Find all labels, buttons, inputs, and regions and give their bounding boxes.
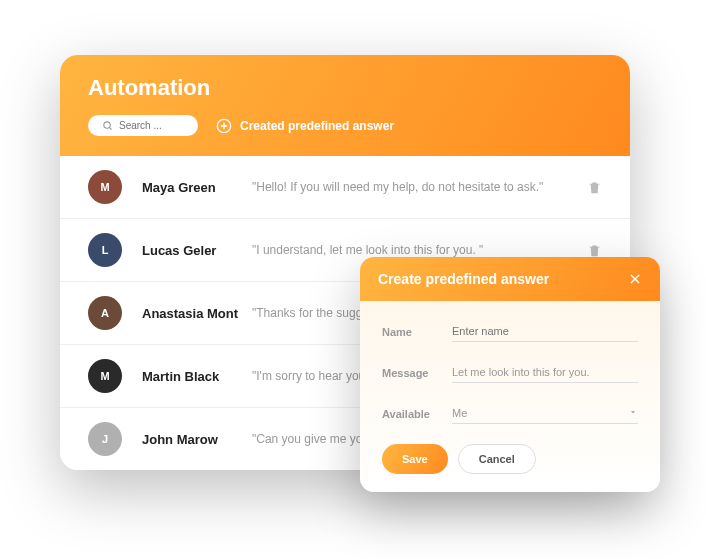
search-input[interactable] <box>119 120 184 131</box>
avatar: M <box>88 170 122 204</box>
name-field[interactable] <box>452 321 638 342</box>
avatar: M <box>88 359 122 393</box>
list-item[interactable]: MMaya Green"Hello! If you will need my h… <box>60 156 630 219</box>
plus-circle-icon <box>216 118 232 134</box>
form-row-available: Available <box>382 403 638 424</box>
page-title: Automation <box>88 75 602 101</box>
modal-header: Create predefined answer <box>360 257 660 301</box>
avatar: J <box>88 422 122 456</box>
cancel-button[interactable]: Cancel <box>458 444 536 474</box>
card-header: Automation Created predefined answer <box>60 55 630 156</box>
answer-message: "I understand, let me look into this for… <box>252 243 587 257</box>
answer-name: Martin Black <box>142 369 252 384</box>
answer-name: Maya Green <box>142 180 252 195</box>
form-row-name: Name <box>382 321 638 342</box>
create-predefined-link[interactable]: Created predefined answer <box>216 118 394 134</box>
svg-line-1 <box>110 128 112 130</box>
answer-name: Anastasia Mont <box>142 306 252 321</box>
avatar: A <box>88 296 122 330</box>
message-label: Message <box>382 367 452 379</box>
trash-icon[interactable] <box>587 180 602 195</box>
search-icon <box>102 120 113 131</box>
answer-name: Lucas Geler <box>142 243 252 258</box>
available-select[interactable] <box>452 403 638 424</box>
svg-point-0 <box>104 122 110 128</box>
name-label: Name <box>382 326 452 338</box>
create-predefined-modal: Create predefined answer Name Message Av… <box>360 257 660 492</box>
save-button[interactable]: Save <box>382 444 448 474</box>
trash-icon[interactable] <box>587 243 602 258</box>
answer-name: John Marow <box>142 432 252 447</box>
header-controls-row: Created predefined answer <box>88 115 602 136</box>
search-box[interactable] <box>88 115 198 136</box>
modal-title: Create predefined answer <box>378 271 549 287</box>
create-predefined-label: Created predefined answer <box>240 119 394 133</box>
modal-actions: Save Cancel <box>382 444 638 474</box>
chevron-down-icon <box>628 407 638 417</box>
avatar: L <box>88 233 122 267</box>
close-icon[interactable] <box>628 272 642 286</box>
available-label: Available <box>382 408 452 420</box>
form-row-message: Message <box>382 362 638 383</box>
modal-body: Name Message Available Save Cancel <box>360 301 660 492</box>
message-field[interactable] <box>452 362 638 383</box>
answer-message: "Hello! If you will need my help, do not… <box>252 180 587 194</box>
